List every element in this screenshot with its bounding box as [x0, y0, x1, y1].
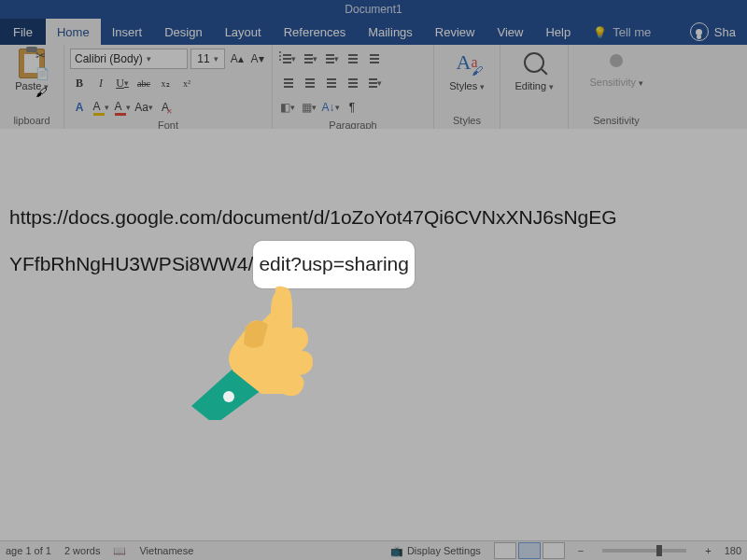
decrease-indent-button[interactable] [343, 49, 361, 69]
shrink-font-button[interactable]: A▾ [248, 49, 266, 69]
font-name-combo[interactable]: Calibri (Body) [70, 49, 188, 69]
view-buttons [494, 542, 565, 559]
editing-button[interactable]: Editing [514, 80, 553, 91]
tab-help[interactable]: Help [534, 19, 582, 45]
group-font: Calibri (Body) 11 A▴ A▾ B I U abc x₂ x² … [64, 45, 273, 129]
ribbon-tabs: File Home Insert Design Layout Reference… [0, 19, 747, 45]
zoom-out-button[interactable]: − [578, 545, 584, 556]
sort-button[interactable]: A↓ [321, 97, 340, 118]
show-marks-button[interactable]: ¶ [343, 97, 361, 118]
clipboard-group-label: lipboard [6, 113, 58, 128]
zoom-in-button[interactable]: + [705, 545, 711, 556]
word-count[interactable]: 2 words [64, 545, 101, 556]
align-right-button[interactable] [321, 73, 340, 93]
page-indicator[interactable]: age 1 of 1 [6, 545, 51, 556]
url-line2a[interactable]: YFfbRhNgHU3WPSi8WW4/ [9, 253, 253, 274]
tab-layout[interactable]: Layout [214, 19, 273, 45]
tell-me[interactable]: Tell me [582, 19, 662, 45]
cut-icon[interactable] [35, 49, 49, 62]
title-bar: Document1 [0, 0, 747, 19]
zoom-thumb[interactable] [656, 545, 662, 556]
url-line1[interactable]: https://docs.google.com/document/d/1oZoY… [9, 206, 617, 228]
document-title: Document1 [345, 3, 402, 16]
group-clipboard: Paste lipboard [0, 45, 64, 129]
tell-me-label: Tell me [613, 25, 651, 39]
line-spacing-button[interactable] [364, 73, 383, 93]
font-color-button[interactable]: A [113, 97, 132, 118]
document-text[interactable]: https://docs.google.com/document/d/1oZoY… [9, 194, 728, 288]
group-editing: Editing [500, 45, 569, 129]
tab-references[interactable]: References [273, 19, 357, 45]
zoom-percent[interactable]: 180 [725, 545, 741, 556]
language-indicator[interactable]: Vietnamese [139, 545, 193, 556]
paste-button[interactable]: Paste [6, 49, 58, 91]
text-effects-button[interactable]: A [70, 97, 89, 118]
tab-mailings[interactable]: Mailings [357, 19, 424, 45]
strikethrough-button[interactable]: abc [134, 73, 153, 93]
bullets-button[interactable] [278, 49, 297, 69]
underline-button[interactable]: U [113, 73, 132, 93]
clear-format-button[interactable]: A✕ [156, 97, 175, 118]
proofing-icon[interactable] [113, 545, 126, 557]
increase-indent-button[interactable] [364, 49, 383, 69]
italic-button[interactable]: I [92, 73, 110, 93]
justify-button[interactable] [343, 73, 361, 93]
tab-insert[interactable]: Insert [101, 19, 154, 45]
share-label: Sha [714, 25, 736, 39]
web-layout-button[interactable] [543, 542, 565, 559]
subscript-button[interactable]: x₂ [156, 73, 175, 93]
styles-icon[interactable]: Aa🖌 [454, 49, 479, 77]
tab-home[interactable]: Home [46, 19, 101, 45]
numbering-button[interactable] [300, 49, 318, 69]
group-styles: Aa🖌 Styles Styles [434, 45, 500, 129]
align-left-button[interactable] [278, 73, 297, 93]
document-canvas[interactable]: https://docs.google.com/document/d/1oZoY… [0, 129, 747, 541]
multilevel-list-button[interactable] [321, 49, 340, 69]
borders-button[interactable]: ▦ [300, 97, 318, 118]
person-icon [690, 22, 709, 41]
grow-font-button[interactable]: A▴ [228, 49, 246, 69]
display-icon [390, 545, 407, 556]
status-bar: age 1 of 1 2 words Vietnamese Display Se… [0, 540, 747, 560]
shading-button[interactable]: ◧ [278, 97, 297, 118]
find-icon[interactable] [524, 52, 544, 73]
change-case-button[interactable]: Aa [134, 97, 153, 118]
read-mode-button[interactable] [494, 542, 516, 559]
lightbulb-icon [593, 25, 607, 39]
tab-view[interactable]: View [486, 19, 534, 45]
print-layout-button[interactable] [518, 542, 541, 559]
sensitivity-group-label: Sensitivity [593, 113, 640, 128]
tab-review[interactable]: Review [424, 19, 486, 45]
ribbon: Paste lipboard Calibri (Body) 11 A▴ A▾ B… [0, 45, 747, 130]
format-painter-icon[interactable] [35, 86, 49, 99]
tab-file[interactable]: File [0, 19, 46, 45]
copy-icon[interactable] [35, 67, 49, 80]
bold-button[interactable]: B [70, 73, 89, 93]
font-size-combo[interactable]: 11 [190, 49, 226, 69]
group-sensitivity: Sensitivity Sensitivity [569, 45, 664, 129]
display-settings[interactable]: Display Settings [390, 545, 481, 557]
sensitivity-button: Sensitivity [589, 77, 642, 88]
zoom-slider[interactable] [602, 549, 686, 553]
align-center-button[interactable] [300, 73, 318, 93]
group-paragraph: ◧ ▦ A↓ ¶ Paragraph [273, 45, 434, 129]
editing-group-label [532, 113, 535, 128]
share-button[interactable]: Sha [679, 19, 747, 45]
tab-design[interactable]: Design [153, 19, 213, 45]
highlight-color-button[interactable]: A [92, 97, 110, 118]
url-highlighted-segment[interactable]: edit?usp=sharing [253, 241, 415, 287]
sensitivity-icon [610, 54, 623, 67]
styles-group-label: Styles [453, 113, 481, 128]
styles-button[interactable]: Styles [449, 80, 484, 91]
superscript-button[interactable]: x² [177, 73, 196, 93]
